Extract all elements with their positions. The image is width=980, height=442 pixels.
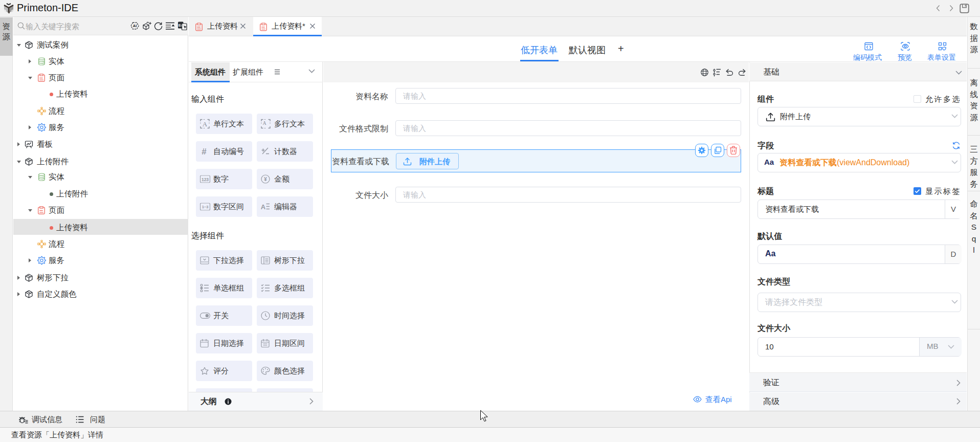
svg-text:A: A <box>263 121 266 126</box>
svg-text:A: A <box>261 203 266 211</box>
svg-text:A: A <box>203 120 208 128</box>
svg-text:#: # <box>202 147 207 156</box>
svg-text:¥: ¥ <box>264 176 267 182</box>
svg-text:1~3: 1~3 <box>202 205 209 209</box>
svg-text:123: 123 <box>202 177 209 182</box>
svg-text:AI: AI <box>133 24 137 28</box>
